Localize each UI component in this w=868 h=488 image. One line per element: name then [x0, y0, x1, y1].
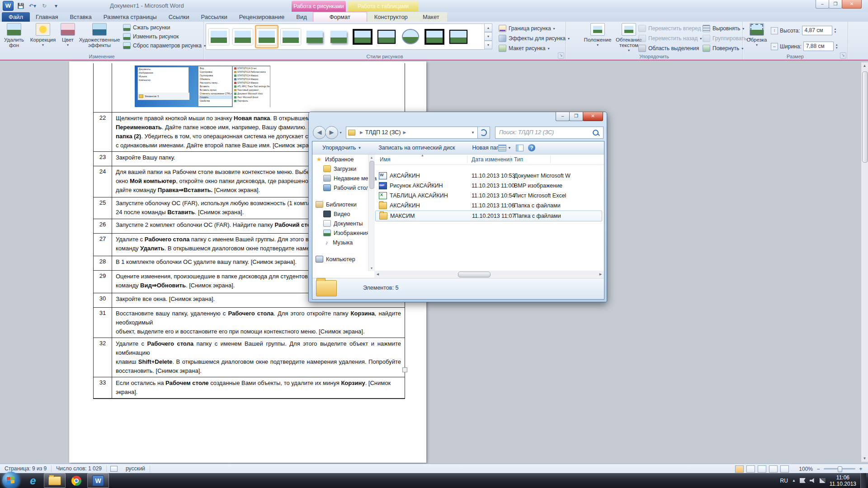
picture-layout-button[interactable]: Макет рисунка▾ [499, 45, 550, 52]
clock[interactable]: 11:06 11.10.2013 [830, 474, 856, 487]
picture-style-thumbnail[interactable] [304, 26, 326, 47]
picture-style-thumbnail[interactable] [256, 26, 278, 47]
sidebar-scroll-thumb[interactable] [369, 161, 374, 189]
file-row[interactable]: Рисунок АКСАЙКИН11.10.2013 11:00BMP изоб… [375, 181, 601, 191]
tab-table-layout[interactable]: Макет [415, 12, 447, 22]
view-draft-icon[interactable] [780, 465, 789, 473]
artistic-effects-button[interactable]: Художественныеэффекты [78, 23, 121, 48]
view-outline-icon[interactable] [769, 465, 778, 473]
zoom-out-icon[interactable]: − [816, 466, 821, 472]
sidebar-item-Изображения[interactable]: Изображения [312, 228, 368, 238]
sidebar-item-Недавние места[interactable]: Недавние места [312, 174, 368, 183]
sidebar-scroll-up-icon[interactable]: ▲ [368, 155, 375, 160]
view-web-icon[interactable] [758, 465, 766, 473]
tab-review[interactable]: Рецензирование [233, 12, 290, 22]
volume-icon[interactable] [810, 478, 816, 483]
taskbar-ie-icon[interactable]: e [22, 473, 44, 488]
explorer-window[interactable]: – ❐ ✕ ◀ ▶ ▼ ▶ ТЛДП 12 (ЗС) ▶ ▼ Поиск: ТЛ… [308, 112, 607, 302]
color-button[interactable]: Цвет▾ [59, 23, 77, 48]
picture-style-thumbnail[interactable] [280, 26, 302, 47]
column-header-name[interactable]: Имя [380, 155, 390, 164]
word-app-icon[interactable]: W [3, 1, 14, 11]
explorer-close-button[interactable]: ✕ [583, 112, 603, 121]
file-row[interactable]: АКСАЙКИН11.10.2013 11:06Папка с файлами [375, 201, 601, 211]
sidebar-item-Рабочий стол[interactable]: Рабочий стол [312, 183, 368, 192]
picture-border-button[interactable]: Граница рисунка▾ [499, 25, 555, 32]
height-input[interactable]: 4,87 см [802, 26, 832, 35]
word-count[interactable]: Число слов: 1 029 [52, 465, 107, 472]
scrollbar-thumb[interactable] [862, 71, 868, 163]
zoom-slider[interactable] [824, 468, 855, 469]
scroll-down-icon[interactable]: ▼ [861, 455, 868, 462]
action-center-icon[interactable] [800, 478, 806, 483]
sidebar-scroll-down-icon[interactable]: ▼ [368, 265, 375, 271]
column-header-type[interactable]: Тип [514, 155, 523, 164]
file-row[interactable]: АКСАЙКИН11.10.2013 10:53Документ Microso… [375, 171, 601, 181]
tab-view[interactable]: Вид [290, 12, 313, 22]
tab-links[interactable]: Ссылки [163, 12, 195, 22]
column-separator[interactable] [467, 155, 467, 164]
rotate-button[interactable]: Повернуть▾ [703, 45, 743, 52]
breadcrumb-arrow-icon[interactable]: ▶ [358, 130, 365, 135]
taskbar-chrome-icon[interactable] [66, 473, 87, 488]
tab-file[interactable]: Файл [2, 12, 30, 22]
address-dropdown-icon[interactable]: ▼ [471, 131, 477, 135]
sidebar-item-Загрузки[interactable]: Загрузки [312, 164, 368, 174]
language-indicator-tray[interactable]: RU [780, 478, 788, 484]
picture-style-thumbnail[interactable] [400, 26, 421, 47]
sidebar-item-Компьютер[interactable]: Компьютер [312, 254, 368, 264]
sidebar-item-Документы[interactable]: Документы [312, 219, 368, 228]
tab-mailings[interactable]: Рассылки [195, 12, 233, 22]
file-row[interactable]: МАКСИМ11.10.2013 11:07Папка с файлами [375, 211, 602, 221]
selection-pane-button[interactable]: Область выделения [638, 45, 699, 52]
compress-pictures-button[interactable]: Сжать рисунки [123, 24, 170, 31]
picture-style-thumbnail[interactable] [424, 26, 445, 47]
sidebar-item-Музыка[interactable]: ♪Музыка [312, 238, 368, 247]
show-desktop-button[interactable] [860, 473, 866, 488]
crop-button[interactable]: Обрезка▾ [745, 23, 768, 48]
sidebar-item-Библиотеки[interactable]: Библиотеки [312, 200, 368, 209]
gallery-more-icon[interactable]: ▼ [484, 41, 492, 49]
help-icon[interactable]: ? [528, 144, 535, 151]
picture-style-thumbnail[interactable] [376, 26, 397, 47]
change-view-button[interactable]: ▼ [498, 145, 511, 151]
start-button[interactable] [2, 472, 19, 488]
qat-customize-icon[interactable]: ▾ [52, 2, 61, 10]
zoom-in-icon[interactable]: + [858, 466, 863, 472]
redo-icon[interactable]: ↻ [40, 2, 49, 10]
size-dialog-launcher-icon[interactable]: ↘ [840, 52, 846, 59]
reset-picture-button[interactable]: Сброс параметров рисунка▾ [123, 42, 206, 49]
picture-style-thumbnail[interactable] [352, 26, 373, 47]
send-backward-button[interactable]: Переместить назад▾ [638, 35, 702, 42]
breadcrumb[interactable]: ТЛДП 12 (ЗС) [365, 129, 401, 136]
hscroll-right-icon[interactable]: ▶ [597, 272, 604, 276]
explorer-minimize-button[interactable]: – [556, 112, 570, 121]
width-stepper[interactable]: ▲▼ [835, 43, 838, 50]
sidebar-item-Избранное[interactable]: ★Избранное [312, 155, 368, 164]
tab-format-selected[interactable]: Формат [313, 12, 367, 22]
maximize-button[interactable]: ❐ [829, 0, 842, 9]
hscroll-thumb[interactable] [458, 272, 491, 277]
explorer-maximize-button[interactable]: ❐ [569, 112, 583, 121]
breadcrumb-arrow-icon[interactable]: ▶ [401, 130, 409, 135]
language-indicator[interactable]: русский [121, 465, 150, 472]
view-fullscreen-icon[interactable] [746, 465, 755, 473]
back-button[interactable]: ◀ [313, 126, 326, 139]
bring-forward-button[interactable]: Переместить вперед▾ [638, 25, 705, 32]
file-list-horizontal-scrollbar[interactable]: ◀ ▶ [374, 271, 604, 277]
hscroll-left-icon[interactable]: ◀ [374, 272, 381, 276]
document-vertical-scrollbar[interactable]: ▲ ▼ [861, 62, 868, 462]
picture-style-thumbnail[interactable] [232, 26, 254, 47]
position-button[interactable]: Положение▾ [583, 23, 612, 48]
page-indicator[interactable]: Страница: 9 из 9 [0, 465, 52, 472]
forward-button[interactable]: ▶ [325, 126, 338, 139]
search-input[interactable]: Поиск: ТЛДП 12 (ЗС) [495, 127, 604, 139]
tab-insert[interactable]: Вставка [64, 12, 97, 22]
proofing-icon[interactable] [110, 466, 118, 472]
change-picture-button[interactable]: Изменить рисунок [123, 33, 179, 40]
organize-button[interactable]: Упорядочить▼ [318, 145, 366, 151]
column-header-date[interactable]: Дата изменения [472, 155, 512, 164]
taskbar-explorer-icon[interactable] [44, 473, 66, 488]
align-button[interactable]: Выровнять▾ [703, 25, 744, 32]
width-input[interactable]: 7,88 см [803, 42, 834, 51]
